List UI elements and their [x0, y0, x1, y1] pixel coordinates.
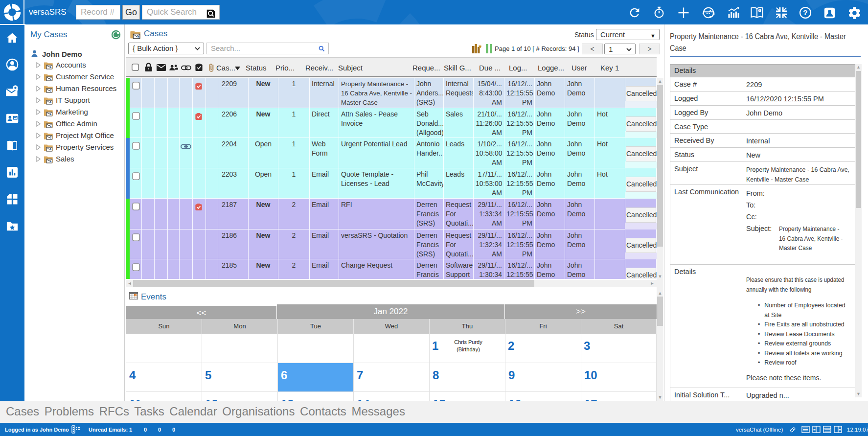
svg-text:?: ? [803, 8, 807, 17]
